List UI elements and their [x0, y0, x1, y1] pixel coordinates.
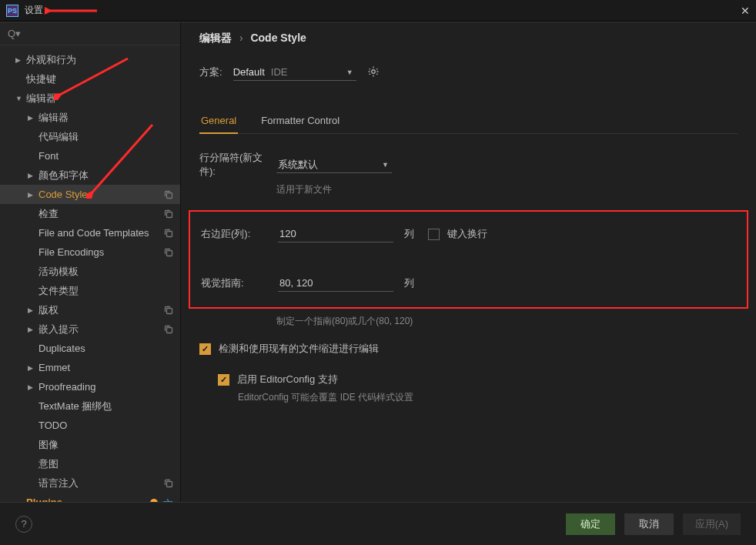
line-separator-select[interactable]: 系统默认 ▼ — [276, 156, 392, 173]
update-badge-icon — [149, 498, 159, 503]
caret-right-icon: ▶ — [28, 191, 35, 199]
copy-icon — [163, 305, 174, 316]
line-separator-hint: 适用于新文件 — [276, 183, 738, 196]
wrap-on-typing-checkbox[interactable] — [428, 229, 440, 240]
line-separator-label: 行分隔符(新文件): — [199, 151, 276, 179]
annotation-arrow — [54, 55, 131, 100]
right-margin-unit: 列 — [404, 227, 414, 241]
breadcrumb-code-style: Code Style — [250, 32, 306, 44]
sidebar-item[interactable]: ▶图像 — [0, 435, 180, 454]
titlebar: PS 设置 ✕ — [0, 0, 756, 22]
scheme-scope: IDE — [271, 66, 288, 78]
svg-rect-9 — [167, 481, 172, 486]
sidebar-item[interactable]: ▶TextMate 捆绑包 — [0, 396, 180, 416]
editorconfig-hint: EditorConfig 可能会覆盖 IDE 代码样式设置 — [238, 391, 738, 404]
scheme-select[interactable]: Default IDE ▼ — [233, 64, 356, 81]
sidebar-item[interactable]: ▶检查 — [0, 204, 180, 223]
breadcrumb-sep: › — [239, 32, 243, 44]
visual-guides-input[interactable]: 80, 120 — [278, 275, 393, 292]
detect-indent-checkbox[interactable] — [199, 343, 211, 355]
sidebar-item[interactable]: ▶File and Code Templates — [0, 223, 180, 242]
settings-main: 编辑器 › Code Style 方案: Default IDE ▼ Gener… — [181, 22, 756, 502]
chevron-down-icon: ▼ — [382, 161, 389, 169]
sidebar-item-label: TextMate 捆绑包 — [38, 400, 174, 413]
sidebar-item[interactable]: ▶Duplicates — [0, 339, 180, 358]
cancel-button[interactable]: 取消 — [624, 513, 674, 535]
svg-rect-5 — [167, 231, 172, 236]
scheme-label: 方案: — [199, 65, 222, 79]
scheme-value: Default — [233, 66, 265, 78]
sidebar-item-label: Emmet — [38, 362, 174, 373]
breadcrumb-editor[interactable]: 编辑器 — [199, 32, 232, 44]
chevron-down-icon: ▼ — [346, 69, 353, 76]
caret-right-icon: ▶ — [28, 383, 35, 391]
help-button[interactable]: ? — [15, 516, 32, 533]
caret-right-icon: ▶ — [28, 172, 35, 179]
copy-icon — [163, 189, 174, 200]
sidebar-item[interactable]: ▶活动模板 — [0, 262, 180, 281]
window-title: 设置 — [25, 4, 43, 17]
sidebar-item-label: Duplicates — [38, 343, 174, 354]
sidebar-item[interactable]: ▶版权 — [0, 300, 180, 319]
annotation-arrow — [45, 5, 99, 17]
sidebar-item-label: File and Code Templates — [38, 227, 163, 239]
sidebar-item[interactable]: ▶Proofreading — [0, 377, 180, 396]
breadcrumb: 编辑器 › Code Style — [199, 32, 738, 45]
svg-line-2 — [91, 125, 152, 194]
visual-guides-unit: 列 — [404, 276, 414, 290]
tab-formatter-control[interactable]: Formatter Control — [259, 110, 341, 133]
svg-line-1 — [59, 59, 128, 95]
copy-icon — [163, 478, 174, 489]
editorconfig-label: 启用 EditorConfig 支持 — [237, 373, 338, 386]
copy-icon — [163, 324, 174, 335]
search-icon: Q▾ — [8, 28, 21, 39]
caret-right-icon: ▶ — [28, 326, 35, 333]
settings-tree: ▶外观和行为▶快捷键▼编辑器▶编辑器▶代码编辑▶Font▶颜色和字体▶Code … — [0, 45, 180, 502]
sidebar-item-label: 活动模板 — [38, 265, 174, 279]
sidebar-item[interactable]: ▶Plugins文 — [0, 493, 180, 502]
sidebar-item-label: File Encodings — [38, 246, 163, 258]
caret-right-icon: ▶ — [28, 364, 35, 372]
sidebar-item-label: Plugins — [26, 497, 149, 502]
caret-down-icon: ▼ — [15, 95, 23, 102]
editorconfig-checkbox[interactable] — [218, 374, 229, 386]
sidebar-item[interactable]: ▶File Encodings — [0, 242, 180, 262]
gear-icon[interactable] — [367, 65, 380, 80]
highlight-box: 右边距(列): 120 列 键入换行 视觉指南: 80, 120 列 — [189, 210, 748, 309]
caret-right-icon: ▶ — [15, 56, 23, 64]
apply-button[interactable]: 应用(A) — [683, 513, 741, 535]
sidebar-item[interactable]: ▶嵌入提示 — [0, 319, 180, 339]
annotation-arrow — [86, 122, 156, 199]
language-icon: 文 — [163, 497, 174, 503]
svg-rect-3 — [167, 192, 172, 198]
sidebar-item-label: 图像 — [38, 438, 174, 452]
app-icon: PS — [6, 5, 18, 17]
sidebar-item[interactable]: ▶Emmet — [0, 358, 180, 377]
sidebar-item-label: 文件类型 — [38, 284, 174, 298]
sidebar-item[interactable]: ▶文件类型 — [0, 281, 180, 300]
visual-guides-hint: 制定一个指南(80)或几个(80, 120) — [276, 315, 738, 328]
visual-guides-label: 视觉指南: — [201, 276, 278, 290]
copy-icon — [163, 209, 174, 219]
sidebar-item[interactable]: ▶语言注入 — [0, 473, 180, 493]
close-button[interactable]: ✕ — [741, 5, 750, 17]
ok-button[interactable]: 确定 — [566, 513, 615, 535]
svg-rect-4 — [167, 212, 172, 217]
tab-general[interactable]: General — [199, 110, 238, 134]
wrap-on-typing-label: 键入换行 — [447, 227, 487, 241]
right-margin-input[interactable]: 120 — [278, 226, 393, 242]
sidebar-item-label: 嵌入提示 — [38, 323, 163, 336]
copy-icon — [163, 228, 174, 239]
caret-right-icon: ▶ — [28, 306, 35, 314]
sidebar-item-label: 语言注入 — [38, 476, 163, 490]
sidebar-item[interactable]: ▶TODO — [0, 416, 180, 435]
sidebar-item-label: 检查 — [38, 207, 163, 221]
right-margin-label: 右边距(列): — [201, 227, 278, 241]
sidebar-item-label: Proofreading — [38, 381, 174, 393]
settings-search[interactable]: Q▾ — [0, 22, 180, 45]
visual-guides-value: 80, 120 — [279, 277, 313, 289]
caret-right-icon: ▶ — [28, 114, 35, 122]
sidebar-item-label: 版权 — [38, 303, 163, 317]
svg-point-10 — [150, 499, 158, 503]
sidebar-item[interactable]: ▶意图 — [0, 454, 180, 473]
